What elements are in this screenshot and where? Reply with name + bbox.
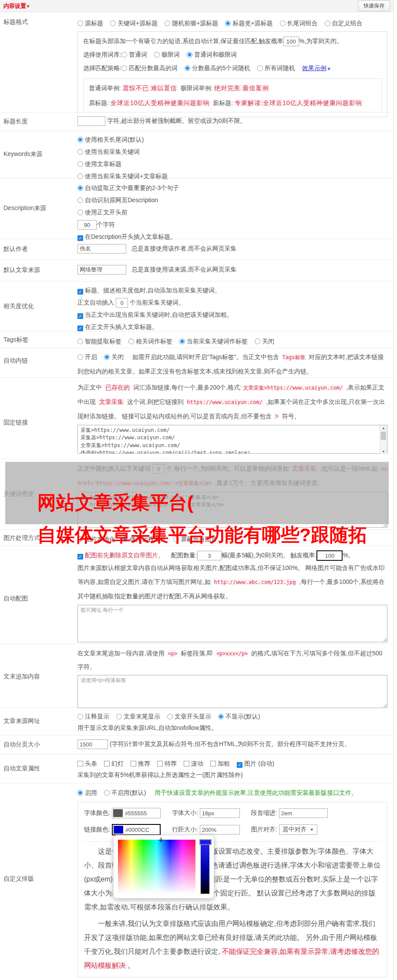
- image-prob-input[interactable]: [316, 550, 343, 561]
- checkbox-icon[interactable]: [77, 761, 83, 766]
- default-source-input[interactable]: [77, 265, 126, 275]
- radio-option[interactable]: 启用: [77, 789, 97, 796]
- radio-icon[interactable]: [116, 714, 122, 719]
- radio-icon[interactable]: [179, 339, 185, 344]
- image-align-select[interactable]: 居中对齐▼: [279, 824, 317, 835]
- image-url-textarea[interactable]: [77, 605, 387, 642]
- radio-icon[interactable]: [104, 790, 110, 796]
- radio-option[interactable]: 注释显示: [77, 713, 109, 720]
- radio-icon[interactable]: [165, 20, 170, 26]
- checkbox-option[interactable]: ✓配图前先删除原文自带图片。: [77, 552, 164, 559]
- radio-option[interactable]: 相关词作标签: [128, 338, 172, 345]
- font-size-input[interactable]: [200, 808, 240, 818]
- radio-icon[interactable]: [77, 161, 83, 167]
- radio-icon[interactable]: [167, 714, 173, 719]
- radio-option[interactable]: 关闭: [255, 338, 274, 345]
- radio-option[interactable]: 所有词随机: [257, 64, 295, 71]
- radio-icon[interactable]: [225, 20, 231, 26]
- radio-option[interactable]: 分数最高的5个词随机: [185, 64, 250, 71]
- radio-icon[interactable]: [77, 210, 83, 215]
- radio-icon[interactable]: [104, 354, 110, 360]
- saturation-area[interactable]: +: [118, 840, 195, 894]
- checkbox-option[interactable]: ✓标题、描述相关度低时,自动添加当前采集关键词。: [77, 284, 380, 296]
- radio-icon[interactable]: [122, 536, 128, 542]
- checkbox-option[interactable]: 加粗: [210, 760, 230, 767]
- checkbox-icon[interactable]: ✓: [77, 326, 83, 331]
- scroll-up-icon[interactable]: ▲: [382, 425, 385, 431]
- radio-icon[interactable]: [121, 52, 127, 58]
- radio-icon[interactable]: [77, 197, 83, 203]
- trigger-prob-input[interactable]: [283, 37, 299, 46]
- checkbox-option[interactable]: ✓在正文开头插入文章标题。: [77, 321, 380, 333]
- hue-slider[interactable]: [201, 840, 209, 894]
- radio-option[interactable]: 图片本地化: [77, 536, 115, 543]
- default-author-input[interactable]: [77, 244, 126, 254]
- radio-option[interactable]: 当前采集关键词作标签: [179, 338, 248, 345]
- radio-icon[interactable]: [77, 714, 83, 719]
- checkbox-icon[interactable]: ✓: [237, 762, 242, 768]
- keyword-density-textarea[interactable]: <a href='https://www.ucaiyun.com/'>采集器</…: [77, 492, 387, 528]
- radio-option[interactable]: 文章末尾显示: [116, 713, 160, 720]
- radio-icon[interactable]: [77, 137, 83, 142]
- radio-icon[interactable]: [121, 65, 127, 71]
- checkbox-option[interactable]: 幻灯: [104, 760, 124, 767]
- radio-option[interactable]: 文章开头显示: [167, 713, 211, 720]
- checkbox-icon[interactable]: ✓: [77, 313, 83, 319]
- radio-icon[interactable]: [218, 714, 224, 719]
- radio-option[interactable]: 匹配分数最高的词: [121, 64, 178, 71]
- scrollbar[interactable]: ▲ ▼: [380, 425, 387, 454]
- radio-icon[interactable]: [257, 65, 263, 71]
- checkbox-icon[interactable]: [104, 761, 110, 766]
- checkbox-option[interactable]: 推荐: [131, 760, 150, 767]
- radio-icon[interactable]: [77, 536, 83, 542]
- radio-icon[interactable]: [77, 790, 83, 796]
- radio-option[interactable]: 使用当前采集关键词: [77, 146, 380, 158]
- radio-icon[interactable]: [325, 20, 330, 26]
- checkbox-icon[interactable]: ✓: [77, 554, 83, 560]
- checkbox-icon[interactable]: [157, 761, 163, 766]
- title-length-input[interactable]: [77, 116, 105, 126]
- checkbox-option[interactable]: ✓当正文中出现当前采集关键词时,自动把该关键词加粗。: [77, 309, 380, 321]
- radio-option[interactable]: 随机前缀+源标题: [165, 20, 218, 27]
- radio-option[interactable]: 源标题: [77, 20, 103, 27]
- radio-option[interactable]: 自动提取正文中最重要的2-3个句子: [77, 182, 380, 194]
- link-color-input[interactable]: #0000CC: [112, 824, 161, 835]
- radio-option[interactable]: 开启: [77, 353, 97, 360]
- image-count-input[interactable]: [197, 551, 222, 560]
- checkbox-icon[interactable]: [210, 761, 216, 766]
- radio-icon[interactable]: [110, 20, 116, 26]
- density-count-input[interactable]: [152, 464, 165, 474]
- radio-option[interactable]: 使用正文开头前: [77, 206, 380, 218]
- picker-cursor-icon[interactable]: +: [158, 835, 164, 845]
- radio-option[interactable]: 关键词+源标题: [110, 20, 158, 27]
- radio-option[interactable]: 使用远程图片: [122, 536, 166, 543]
- radio-option[interactable]: 自动识别原网页Description: [77, 194, 380, 206]
- radio-option[interactable]: 长尾词组合: [280, 20, 318, 27]
- radio-option[interactable]: 屏蔽所有图片: [173, 536, 217, 543]
- insert-count-input[interactable]: [116, 298, 128, 308]
- radio-option[interactable]: 不显示(默认): [218, 713, 260, 720]
- radio-option[interactable]: 自定义组合: [325, 20, 363, 27]
- fixed-link-textarea[interactable]: 采集>https://www.ucaiyun.com/ 采集器>https://…: [77, 425, 387, 454]
- radio-icon[interactable]: [154, 52, 160, 58]
- radio-option[interactable]: 关闭: [104, 353, 124, 360]
- indent-input[interactable]: [279, 808, 328, 818]
- checkbox-option[interactable]: 滚动: [184, 760, 203, 767]
- radio-icon[interactable]: [173, 536, 179, 542]
- radio-option[interactable]: 普通词和极限词: [187, 51, 237, 58]
- radio-option[interactable]: 智能提取标签: [77, 338, 121, 345]
- append-content-textarea[interactable]: [77, 675, 387, 708]
- checkbox-icon[interactable]: [131, 761, 136, 766]
- scroll-down-icon[interactable]: ▼: [382, 449, 385, 454]
- radio-icon[interactable]: [280, 20, 286, 26]
- checkbox-option[interactable]: 头条: [77, 760, 97, 767]
- checkbox-option[interactable]: 特荐: [157, 760, 177, 767]
- checkbox-icon[interactable]: ✓: [77, 289, 83, 295]
- radio-icon[interactable]: [77, 185, 83, 191]
- radio-icon[interactable]: [185, 65, 190, 71]
- effect-demo-link[interactable]: 效果示例»: [302, 64, 330, 71]
- radio-icon[interactable]: [77, 339, 83, 344]
- line-height-input[interactable]: [200, 825, 240, 834]
- checkbox-icon[interactable]: [184, 761, 189, 766]
- checkbox-option[interactable]: ✓图片 (自动): [237, 760, 274, 767]
